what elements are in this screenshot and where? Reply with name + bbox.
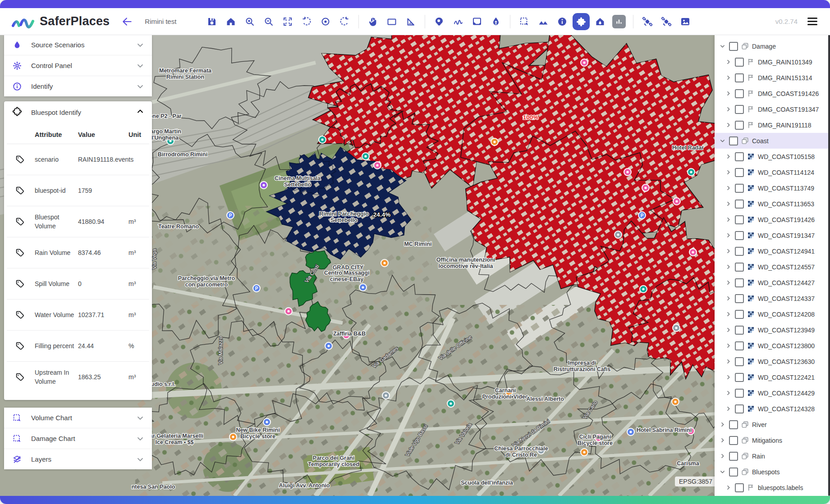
layer-tree-row-wd_coast124429[interactable]: WD_COAST124429 xyxy=(715,385,830,401)
sidebar-item-volume-chart[interactable]: Volume Chart xyxy=(4,408,152,428)
layer-checkbox[interactable] xyxy=(735,105,744,114)
chevron-right-icon[interactable] xyxy=(725,358,732,365)
bluespot-puzzle-button[interactable] xyxy=(573,13,590,30)
draw-rectangle-button[interactable] xyxy=(383,13,400,30)
save-button[interactable] xyxy=(203,13,220,30)
layer-tree-row-wd_coast124337[interactable]: WD_COAST124337 xyxy=(715,291,830,306)
layer-tree-row-wd_coast191347[interactable]: WD_COAST191347 xyxy=(715,227,830,243)
layer-tree-row-dmg_rain101349[interactable]: DMG_RAIN101349 xyxy=(715,54,830,70)
chevron-right-icon[interactable] xyxy=(725,342,732,349)
layer-checkbox[interactable] xyxy=(735,310,744,319)
terrain-mountains-button[interactable] xyxy=(535,13,552,30)
sidebar-item-control-panel[interactable]: Control Panel xyxy=(4,55,152,76)
layer-tree-row-river[interactable]: River xyxy=(715,417,830,432)
draw-polyline-button[interactable] xyxy=(449,13,467,30)
rotate-ccw-button[interactable] xyxy=(298,13,315,30)
chevron-right-icon[interactable] xyxy=(719,421,726,428)
layer-checkbox[interactable] xyxy=(735,58,744,67)
screenshot-frame-button[interactable] xyxy=(468,13,486,30)
select-area-button[interactable] xyxy=(516,13,533,30)
chevron-down-icon[interactable] xyxy=(136,82,145,91)
layer-checkbox[interactable] xyxy=(735,200,744,209)
rotate-cw-button[interactable] xyxy=(336,13,353,30)
layer-checkbox[interactable] xyxy=(735,263,744,272)
chevron-right-icon[interactable] xyxy=(725,90,732,97)
sidebar-item-layers[interactable]: Layers xyxy=(4,449,152,469)
sidebar-item-damage-chart[interactable]: Damage Chart xyxy=(4,428,152,449)
layer-checkbox[interactable] xyxy=(729,136,738,145)
layer-checkbox[interactable] xyxy=(729,452,738,461)
layer-checkbox[interactable] xyxy=(729,420,738,429)
layer-checkbox[interactable] xyxy=(735,294,744,303)
chevron-right-icon[interactable] xyxy=(719,437,726,444)
layer-checkbox[interactable] xyxy=(735,215,744,224)
identify-info-button[interactable] xyxy=(554,13,571,30)
chevron-down-icon[interactable] xyxy=(136,455,145,464)
sidebar-item-source-scenarios[interactable]: Source Scenarios xyxy=(4,35,152,55)
location-blob-button[interactable] xyxy=(431,13,448,30)
layer-tree-row-wd_coast124557[interactable]: WD_COAST124557 xyxy=(715,259,830,275)
layer-tree-row-rain[interactable]: Rain xyxy=(715,448,830,464)
layer-checkbox[interactable] xyxy=(729,436,738,445)
chevron-right-icon[interactable] xyxy=(725,122,732,128)
water-plusminus-button[interactable] xyxy=(487,13,504,30)
chevron-right-icon[interactable] xyxy=(725,200,732,207)
layer-checkbox[interactable] xyxy=(735,184,744,193)
layer-tree-row-wd_coast191426[interactable]: WD_COAST191426 xyxy=(715,212,830,227)
zoom-in-button[interactable] xyxy=(241,13,258,30)
sidebar-item-identify[interactable]: Identify xyxy=(4,76,152,96)
layer-checkbox[interactable] xyxy=(735,341,744,350)
layer-tree-row-wd_coast123630[interactable]: WD_COAST123630 xyxy=(715,354,830,369)
chevron-right-icon[interactable] xyxy=(725,153,732,160)
center-target-button[interactable] xyxy=(317,13,334,30)
chevron-right-icon[interactable] xyxy=(725,374,732,381)
layer-tree-row-wd_coast122421[interactable]: WD_COAST122421 xyxy=(715,369,830,385)
menu-hamburger-icon[interactable] xyxy=(806,16,819,27)
layer-tree-row-dmg_rain191118[interactable]: DMG_RAIN191118 xyxy=(715,117,830,133)
chevron-down-icon[interactable] xyxy=(136,434,145,443)
chevron-down-icon[interactable] xyxy=(719,137,726,144)
chevron-right-icon[interactable] xyxy=(725,106,732,113)
pan-hand-button[interactable] xyxy=(364,13,381,30)
layer-checkbox[interactable] xyxy=(735,152,744,161)
layer-tree-row-bluespots[interactable]: Bluespots xyxy=(715,464,830,480)
layer-tree-row-wd_coast124328[interactable]: WD_COAST124328 xyxy=(715,401,830,417)
layer-checkbox[interactable] xyxy=(735,357,744,366)
layer-tree-row-damage[interactable]: Damage xyxy=(715,38,830,54)
measure-triangle-button[interactable] xyxy=(402,13,419,30)
chevron-right-icon[interactable] xyxy=(719,453,726,459)
chevron-right-icon[interactable] xyxy=(725,185,732,191)
back-arrow-button[interactable] xyxy=(121,16,133,27)
layer-tree-row-wd_coast123949[interactable]: WD_COAST123949 xyxy=(715,322,830,338)
chevron-down-icon[interactable] xyxy=(136,41,145,50)
layer-tree-row-wd_coast114124[interactable]: WD_COAST114124 xyxy=(715,164,830,180)
layer-tree-row-wd_coast124941[interactable]: WD_COAST124941 xyxy=(715,243,830,259)
layer-checkbox[interactable] xyxy=(729,42,738,51)
layer-tree-row-wd_coast124208[interactable]: WD_COAST124208 xyxy=(715,306,830,322)
chevron-right-icon[interactable] xyxy=(725,311,732,318)
house-flood-button[interactable] xyxy=(592,13,609,30)
zoom-out-button[interactable] xyxy=(260,13,277,30)
chevron-down-icon[interactable] xyxy=(719,43,726,50)
damage-chart-button[interactable] xyxy=(610,13,628,30)
layer-checkbox[interactable] xyxy=(735,121,744,130)
chevron-right-icon[interactable] xyxy=(725,74,732,81)
layer-checkbox[interactable] xyxy=(735,89,744,98)
layer-checkbox[interactable] xyxy=(735,278,744,287)
chevron-right-icon[interactable] xyxy=(725,232,732,239)
chevron-down-icon[interactable] xyxy=(136,61,145,70)
layer-checkbox[interactable] xyxy=(735,483,744,492)
chevron-right-icon[interactable] xyxy=(725,248,732,254)
layer-checkbox[interactable] xyxy=(735,231,744,240)
layer-checkbox[interactable] xyxy=(729,468,738,477)
layer-tree-row-mitigations[interactable]: Mitigations xyxy=(715,432,830,448)
layer-checkbox[interactable] xyxy=(735,247,744,256)
chevron-right-icon[interactable] xyxy=(725,405,732,412)
chevron-down-icon[interactable] xyxy=(719,468,726,475)
layer-tree-row-dmg_coast191347[interactable]: DMG_COAST191347 xyxy=(715,101,830,117)
layer-tree-row-bluespots.labels[interactable]: bluespots.labels xyxy=(715,480,830,495)
layer-tree-row-wd_coast105158[interactable]: WD_COAST105158 xyxy=(715,149,830,164)
layer-tree-row-wd_coast113749[interactable]: WD_COAST113749 xyxy=(715,180,830,196)
layer-tree-row-wd_coast123800[interactable]: WD_COAST123800 xyxy=(715,338,830,354)
layer-tree-row-wd_coast124427[interactable]: WD_COAST124427 xyxy=(715,275,830,291)
